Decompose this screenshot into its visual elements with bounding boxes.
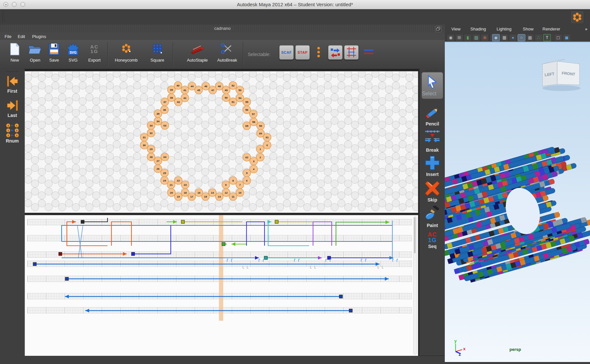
helix-number: 25 (163, 172, 166, 175)
svg-text:2: 2 (16, 129, 17, 132)
cube-icon[interactable]: ◻ (554, 34, 562, 41)
strand-direction-button[interactable] (328, 45, 343, 60)
cadnano-shelf-button[interactable] (570, 10, 584, 24)
open-button[interactable]: Open (25, 42, 45, 63)
path-scrollbar[interactable] (413, 216, 417, 354)
select-tool-button[interactable]: Select (422, 72, 443, 99)
menu-view[interactable]: View (449, 26, 462, 32)
panel-menubar: View Shading Lighting Show Renderer » (445, 25, 590, 34)
menu-file[interactable]: File (3, 33, 13, 40)
menu-renderer[interactable]: Renderer (541, 26, 562, 32)
helix-number: 14 (211, 191, 214, 194)
perspective-viewport[interactable]: LEFTFRONTyxz persp (445, 42, 590, 362)
cadnano-menubar: File Edit Plugins (0, 33, 445, 40)
new-file-icon (5, 42, 25, 56)
honeycomb-button[interactable]: Honeycomb (111, 42, 142, 63)
scaf-toggle-button[interactable]: SCAF (279, 45, 294, 60)
honeycomb-lattice-icon (111, 42, 142, 56)
helix-number: 53 (239, 89, 242, 92)
paint-tool-button[interactable]: Paint (420, 206, 445, 228)
autostaple-button[interactable]: AutoStaple (181, 42, 214, 63)
helix-number: 20 (170, 191, 173, 194)
toolbar-separator (173, 42, 173, 66)
image-plane-icon[interactable]: ▨ (472, 34, 480, 41)
helix-number: 30 (143, 144, 146, 147)
helix-number: 6 (246, 179, 248, 182)
square-lattice-button[interactable]: Square (146, 42, 169, 63)
open-folder-icon (25, 42, 45, 56)
panel-restore-icon[interactable] (435, 26, 442, 32)
helix-number: 23 (184, 183, 187, 186)
vertex-balls-icon[interactable]: ∴ (535, 34, 542, 41)
flat-circle-icon[interactable]: ○ (518, 34, 525, 41)
helix-number: 17 (190, 195, 193, 198)
menu-shading[interactable]: Shading (468, 26, 488, 32)
shaded-sphere-icon[interactable]: ● (509, 34, 517, 41)
stap-toggle-button[interactable]: STAP (295, 45, 310, 60)
svg-button[interactable]: SVG SVG (64, 42, 83, 63)
rnum-button[interactable]: 311223 Rnum (0, 123, 25, 144)
toolbar-grip[interactable] (6, 71, 19, 73)
save-floppy-icon (45, 42, 63, 56)
menu-edit[interactable]: Edit (16, 33, 27, 40)
path-scrollbar-thumb[interactable] (414, 217, 416, 253)
save-button[interactable]: Save (45, 42, 63, 63)
renumber-icon: 311223 (5, 123, 20, 138)
zoom-select-icon[interactable]: ⊕ (481, 34, 489, 41)
slice-slider-band[interactable] (219, 215, 223, 321)
helix-number: 61 (266, 136, 269, 139)
svg-text:3: 3 (16, 134, 17, 137)
menu-overflow-chevron[interactable]: » (585, 27, 587, 31)
wireframe-sphere-icon[interactable]: ◈ (492, 34, 500, 41)
helix-number: 8 (232, 179, 234, 182)
view-cube[interactable]: LEFTFRONT (542, 59, 580, 91)
paint-brush-icon (424, 206, 441, 222)
camera-attributes-icon[interactable]: ⊞ (455, 34, 463, 41)
helix-number: 44 (191, 85, 194, 88)
helix-number: 29 (150, 148, 153, 151)
helix-number: 49 (225, 89, 228, 92)
camera-icon[interactable]: ◉ (447, 34, 455, 41)
path-view[interactable] (25, 215, 418, 356)
export-button[interactable]: AC 1G Export (84, 42, 105, 63)
menu-plugins[interactable]: Plugins (30, 33, 48, 40)
bookmark-icon[interactable]: ▮ (464, 34, 472, 41)
slice-view[interactable]: 0123456789101112131415161718192021222324… (25, 71, 418, 213)
cadnano-toolbar: New Open Save SVG SVG AC 1G Export Honey… (0, 40, 445, 69)
film-gate-icon[interactable]: ▦ (501, 34, 508, 41)
helix-number: 15 (204, 195, 207, 198)
cadnano-panel-titlebar[interactable]: cadnano (0, 25, 445, 33)
autobreak-button[interactable]: AutoBreak (213, 42, 241, 63)
cadnano-right-toolbar: Select Pencil Break Insert (419, 69, 445, 355)
toolbar-handle-dots[interactable] (317, 47, 321, 58)
helix-number: 54 (239, 97, 242, 100)
last-button[interactable]: Last (0, 99, 25, 118)
svg-text:z: z (459, 351, 461, 357)
break-tool-button[interactable]: Break (420, 130, 445, 153)
helix-number: 58 (252, 121, 255, 124)
menu-show[interactable]: Show (521, 26, 536, 32)
xray-icon[interactable]: ▩ (526, 34, 534, 41)
svg-text:y: y (454, 338, 457, 343)
helix-number: 64 (164, 156, 167, 159)
toolbar-grip[interactable] (426, 70, 439, 72)
first-arrow-icon (6, 75, 19, 88)
cadnano-flower-icon (571, 11, 584, 24)
texture-icon[interactable]: T (543, 34, 551, 41)
helix-number: 9 (225, 183, 227, 186)
last-arrow-icon (6, 99, 19, 112)
skip-tool-button[interactable]: Skip (420, 180, 445, 202)
menu-lighting[interactable]: Lighting (495, 26, 514, 32)
helix-number: 43 (177, 101, 180, 104)
new-button[interactable]: New (5, 42, 25, 63)
crossover-button[interactable] (344, 45, 359, 60)
helix-number: 55 (246, 101, 248, 104)
pencil-tool-button[interactable]: Pencil (420, 105, 445, 126)
cylinder-icon[interactable]: ◼ (563, 34, 571, 41)
seq-tool-button[interactable]: AC 1G Seq (420, 232, 445, 249)
insert-tool-button[interactable]: Insert (420, 155, 445, 177)
helix-number: 16 (198, 191, 201, 194)
shelf-grip[interactable] (2, 11, 4, 22)
helix-number: 22 (177, 179, 180, 182)
first-button[interactable]: First (0, 75, 25, 94)
